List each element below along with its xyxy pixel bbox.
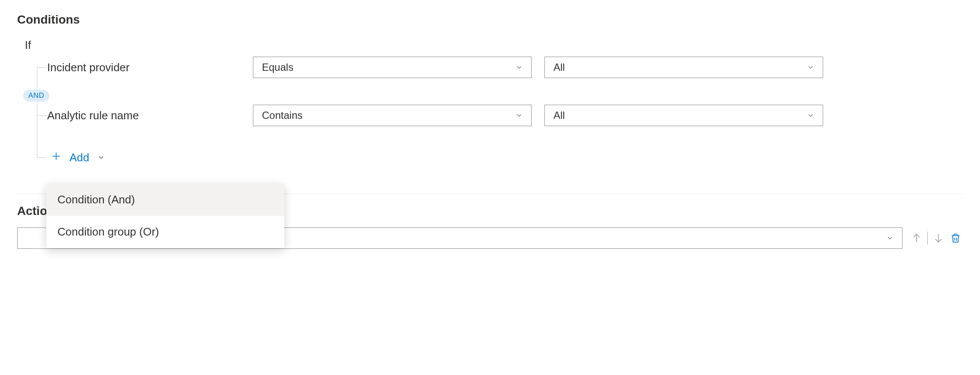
- operator-dropdown[interactable]: Equals: [253, 57, 532, 78]
- plus-icon: [51, 151, 62, 165]
- add-condition-label: Add: [69, 151, 89, 164]
- if-label: If: [25, 39, 963, 52]
- condition-row: Incident provider Equals All: [25, 55, 963, 79]
- operator-dropdown-value: Contains: [262, 109, 303, 121]
- add-condition-row: Add: [25, 145, 963, 169]
- value-dropdown[interactable]: All: [544, 57, 823, 78]
- logic-and-badge: AND: [23, 90, 49, 102]
- chevron-down-icon: [97, 153, 105, 162]
- add-condition-menu: Condition (And) Condition group (Or): [46, 184, 284, 248]
- tree-connector: [25, 145, 47, 169]
- chevron-down-icon: [806, 111, 815, 120]
- value-dropdown[interactable]: All: [544, 105, 823, 126]
- trash-icon[interactable]: [948, 231, 963, 245]
- add-condition-button[interactable]: Add: [47, 148, 110, 167]
- chevron-down-icon: [806, 63, 815, 72]
- menu-item-condition-group-or[interactable]: Condition group (Or): [46, 216, 284, 248]
- conditions-block: AND Incident provider Equals All Analyti…: [25, 55, 963, 169]
- chevron-down-icon: [886, 234, 894, 242]
- icon-divider: [927, 232, 928, 245]
- operator-dropdown[interactable]: Contains: [253, 105, 532, 126]
- action-row-controls: [909, 231, 963, 245]
- chevron-down-icon: [515, 111, 523, 120]
- move-up-icon[interactable]: [909, 231, 924, 245]
- move-down-icon[interactable]: [931, 231, 946, 245]
- condition-row: Analytic rule name Contains All: [25, 103, 963, 127]
- condition-field-label: Analytic rule name: [47, 109, 253, 122]
- tree-connector: [25, 55, 47, 79]
- value-dropdown-value: All: [553, 109, 565, 121]
- chevron-down-icon: [515, 63, 523, 72]
- conditions-heading: Conditions: [17, 13, 963, 27]
- tree-connector: [25, 103, 47, 127]
- operator-dropdown-value: Equals: [262, 61, 293, 73]
- value-dropdown-value: All: [553, 61, 565, 73]
- menu-item-condition-and[interactable]: Condition (And): [46, 184, 284, 216]
- condition-field-label: Incident provider: [47, 61, 253, 74]
